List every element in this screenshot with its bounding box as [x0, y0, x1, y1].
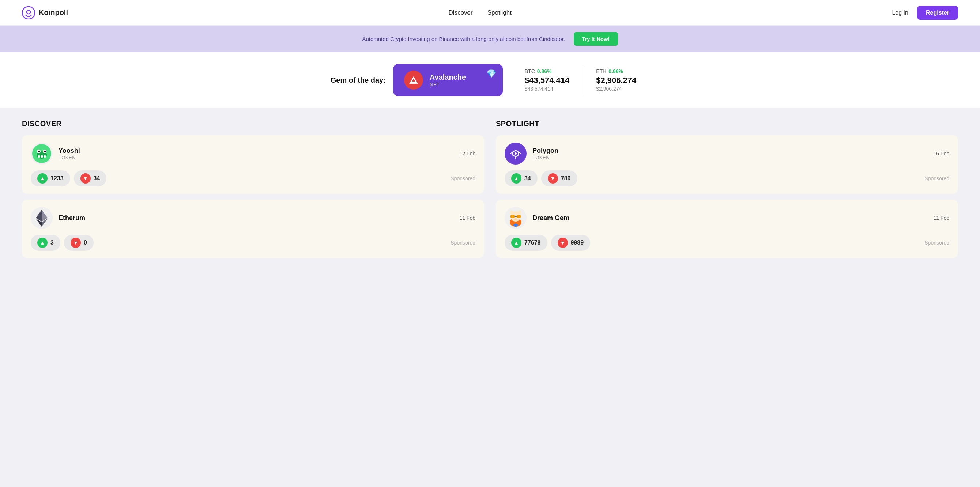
eth-date: 11 Feb [459, 215, 476, 221]
dg-details: Dream Gem [532, 214, 570, 222]
item-bottom: ▲ 1233 ▼ 34 Sponsored [31, 170, 476, 186]
logo-area: Koinpoll [22, 6, 68, 19]
svg-rect-25 [517, 215, 521, 218]
svg-point-0 [22, 6, 35, 19]
eth-up-count: 3 [51, 239, 54, 246]
header: Koinpoll Discover Spotlight Log In Regis… [0, 0, 980, 25]
eth-sponsored: Sponsored [450, 240, 476, 246]
down-arrow-icon: ▼ [71, 238, 81, 248]
dg-vote-down-button[interactable]: ▼ 9989 [551, 235, 590, 251]
down-arrow-icon: ▼ [548, 173, 558, 183]
yooshi-up-count: 1233 [51, 175, 64, 182]
dg-vote-group: ▲ 77678 ▼ 9989 [504, 235, 590, 251]
logo-text: Koinpoll [39, 8, 68, 17]
gem-diamond-icon: 💎 [486, 69, 496, 79]
item-top-eth: Etherum 11 Feb [31, 207, 476, 229]
dreamgem-name: Dream Gem [532, 214, 570, 222]
ethereum-avatar [31, 207, 52, 229]
dg-up-count: 77678 [524, 239, 541, 246]
item-bottom-poly: ▲ 34 ▼ 789 Sponsored [504, 170, 949, 186]
item-bottom-dg: ▲ 77678 ▼ 9989 Sponsored [504, 235, 949, 251]
gem-of-the-day-section: Gem of the day: Avalanche NFT 💎 BTC 0.86… [0, 52, 980, 108]
dg-info: Dream Gem [504, 207, 570, 229]
btc-ticker: BTC 0.86% [525, 68, 570, 74]
svg-rect-9 [41, 155, 43, 158]
polygon-type: TOKEN [532, 154, 558, 160]
yooshi-down-count: 34 [94, 175, 100, 182]
up-arrow-icon: ▲ [511, 173, 522, 183]
nav-discover[interactable]: Discover [449, 9, 473, 16]
polygon-name: Polygon [532, 147, 558, 154]
svg-rect-24 [511, 215, 514, 218]
banner-cta-button[interactable]: Try It Now! [574, 32, 618, 46]
svg-point-7 [44, 151, 46, 153]
register-button[interactable]: Register [917, 6, 958, 20]
poly-info: Polygon TOKEN [504, 143, 558, 164]
dg-sponsored: Sponsored [924, 240, 949, 246]
avalanche-icon [404, 70, 423, 89]
yooshi-type: TOKEN [59, 154, 80, 160]
dreamgem-date: 11 Feb [933, 215, 949, 221]
discover-item-yooshi: Yooshi TOKEN 12 Feb ▲ 1233 ▼ 34 [22, 135, 484, 194]
avax-triangle-icon [409, 76, 418, 84]
gem-card[interactable]: Avalanche NFT 💎 [393, 64, 503, 96]
yooshi-date: 12 Feb [459, 151, 476, 156]
polygon-date: 16 Feb [933, 151, 949, 156]
spotlight-title: SPOTLIGHT [496, 119, 958, 128]
eth-vote-down-button[interactable]: ▼ 0 [64, 235, 94, 251]
promo-banner: Automated Crypto Investing on Binance wi… [0, 25, 980, 52]
poly-vote-group: ▲ 34 ▼ 789 [504, 170, 578, 186]
item-top-dg: Dream Gem 11 Feb [504, 207, 949, 229]
yooshi-details: Yooshi TOKEN [59, 147, 80, 160]
svg-rect-10 [44, 155, 46, 158]
gem-label: Gem of the day: [331, 76, 386, 84]
gem-coin-name: Avalanche [430, 73, 466, 81]
eth-price-block: ETH 0.66% $2,906.274 $2,906.274 [583, 65, 649, 95]
discover-title: DISCOVER [22, 119, 484, 128]
gem-coin-type: NFT [430, 81, 466, 88]
yooshi-vote-up-button[interactable]: ▲ 1233 [31, 170, 70, 186]
poly-vote-down-button[interactable]: ▼ 789 [541, 170, 578, 186]
spotlight-item-dreamgem: Dream Gem 11 Feb ▲ 77678 ▼ 9989 [496, 200, 958, 258]
yooshi-vote-down-button[interactable]: ▼ 34 [74, 170, 107, 186]
poly-up-count: 34 [524, 175, 531, 182]
yooshi-name: Yooshi [59, 147, 80, 154]
btc-price-block: BTC 0.86% $43,574.414 $43,574.414 [512, 65, 583, 95]
down-arrow-icon: ▼ [558, 238, 568, 248]
discover-column: DISCOVER [22, 119, 484, 258]
btc-price-sub: $43,574.414 [525, 86, 570, 92]
eth-ticker: ETH 0.66% [596, 68, 636, 74]
item-top: Yooshi TOKEN 12 Feb [31, 143, 476, 164]
poly-sponsored: Sponsored [924, 175, 949, 181]
item-bottom-eth: ▲ 3 ▼ 0 Sponsored [31, 235, 476, 251]
svg-point-27 [514, 218, 517, 220]
poly-vote-up-button[interactable]: ▲ 34 [504, 170, 538, 186]
eth-price-sub: $2,906.274 [596, 86, 636, 92]
svg-point-16 [514, 153, 517, 154]
eth-pct: 0.66% [608, 68, 623, 74]
dreamgem-avatar [504, 207, 527, 229]
item-top-poly: Polygon TOKEN 16 Feb [504, 143, 949, 164]
item-info: Yooshi TOKEN [31, 143, 80, 164]
polygon-avatar [504, 143, 527, 164]
eth-down-count: 0 [84, 239, 87, 246]
down-arrow-icon: ▼ [80, 173, 91, 183]
gem-coin-info: Avalanche NFT [430, 73, 466, 88]
login-button[interactable]: Log In [892, 10, 908, 16]
poly-down-count: 789 [561, 175, 571, 182]
yooshi-sponsored: Sponsored [450, 175, 476, 181]
eth-vote-up-button[interactable]: ▲ 3 [31, 235, 60, 251]
poly-details: Polygon TOKEN [532, 147, 558, 160]
dg-down-count: 9989 [571, 239, 584, 246]
eth-info: Etherum [31, 207, 85, 229]
dg-vote-up-button[interactable]: ▲ 77678 [504, 235, 547, 251]
btc-price-main: $43,574.414 [525, 76, 570, 85]
discover-item-ethereum: Etherum 11 Feb ▲ 3 ▼ 0 Spon [22, 200, 484, 258]
banner-text: Automated Crypto Investing on Binance wi… [362, 36, 565, 42]
gem-label-wrap: Gem of the day: [331, 76, 386, 84]
up-arrow-icon: ▲ [511, 238, 522, 248]
nav-spotlight[interactable]: Spotlight [487, 9, 512, 16]
btc-pct: 0.86% [537, 68, 552, 74]
eth-vote-group: ▲ 3 ▼ 0 [31, 235, 94, 251]
vote-group: ▲ 1233 ▼ 34 [31, 170, 107, 186]
